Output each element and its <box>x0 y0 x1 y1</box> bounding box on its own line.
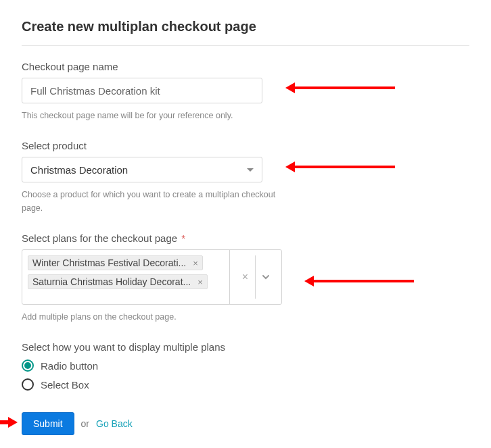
annotation-arrow-plans <box>312 280 414 282</box>
submit-button[interactable]: Submit <box>22 412 74 435</box>
select-product-dropdown[interactable]: Christmas Decoration <box>22 157 262 182</box>
caret-down-icon <box>247 168 254 172</box>
field-checkout-page-name: Checkout page name This checkout page na… <box>22 61 469 122</box>
label-display-mode: Select how you want to display multiple … <box>22 341 469 353</box>
plan-chip: Saturnia Christmas Holiday Decorat... × <box>28 274 208 289</box>
help-select-plans: Add multiple plans on the checkout page. <box>22 310 279 324</box>
field-display-mode: Select how you want to display multiple … <box>22 341 469 391</box>
plan-chip-text: Winter Christmas Festival Decorati... <box>32 257 186 268</box>
help-select-product: Choose a product for which you want to c… <box>22 188 279 215</box>
label-select-product: Select product <box>22 140 469 151</box>
chip-remove-icon[interactable]: × <box>197 277 203 287</box>
annotation-arrow-submit <box>0 420 9 424</box>
actions-or-text: or <box>81 418 89 429</box>
title-divider <box>22 45 469 46</box>
input-checkout-page-name[interactable] <box>22 78 262 103</box>
page-title: Create new multiplan checkout page <box>22 19 469 34</box>
field-select-product: Select product Christmas Decoration Choo… <box>22 140 469 215</box>
label-select-plans: Select plans for the checkout page * <box>22 232 469 244</box>
chip-remove-icon[interactable]: × <box>193 258 198 268</box>
chevron-down-icon[interactable] <box>256 272 276 282</box>
annotation-arrow-product <box>294 166 395 168</box>
radio-option-select-box[interactable]: Select Box <box>22 378 469 391</box>
plan-chip-text: Saturnia Christmas Holiday Decorat... <box>32 276 191 287</box>
multiselect-chip-area: Winter Christmas Festival Decorati... × … <box>22 250 230 304</box>
select-product-value: Christmas Decoration <box>30 164 128 176</box>
radio-label-text: Select Box <box>41 379 89 391</box>
multiselect-controls: × <box>230 250 281 304</box>
plan-chip: Winter Christmas Festival Decorati... × <box>28 255 203 270</box>
radio-icon <box>22 378 34 391</box>
field-select-plans: Select plans for the checkout page * Win… <box>22 232 469 324</box>
required-mark: * <box>181 232 185 244</box>
help-checkout-page-name: This checkout page name will be for your… <box>22 109 279 122</box>
radio-icon <box>22 359 34 372</box>
form-actions: Submit or Go Back <box>22 412 469 435</box>
radio-inner-dot <box>24 362 31 369</box>
radio-label-text: Radio button <box>41 360 98 372</box>
label-checkout-page-name: Checkout page name <box>22 61 469 72</box>
annotation-arrow-name <box>294 86 395 89</box>
label-select-plans-text: Select plans for the checkout page <box>22 232 177 244</box>
multiselect-plans[interactable]: Winter Christmas Festival Decorati... × … <box>22 249 282 305</box>
go-back-link[interactable]: Go Back <box>96 418 133 429</box>
clear-all-icon[interactable]: × <box>235 271 255 283</box>
radio-option-radio-button[interactable]: Radio button <box>22 359 469 372</box>
